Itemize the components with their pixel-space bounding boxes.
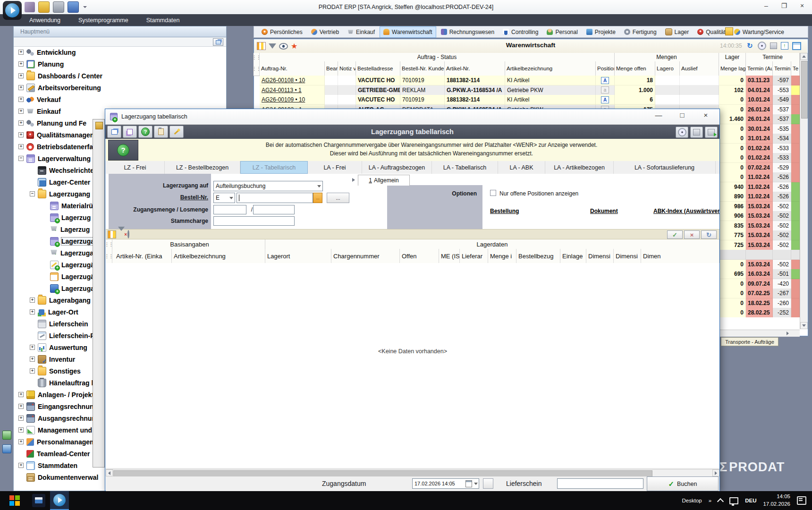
refresh-icon[interactable]: ↻ [746, 42, 754, 50]
dialog-tab-lafrei[interactable]: LA - Frei [308, 161, 362, 174]
expand-icon[interactable]: + [30, 357, 35, 362]
expand-icon[interactable]: + [18, 109, 24, 114]
layers-icon[interactable] [213, 38, 223, 46]
column-header[interactable]: Dimensi [586, 249, 614, 263]
column-header[interactable]: ME (ISC [439, 249, 460, 263]
sidebar-item-arbeitsvorbereitung[interactable]: +Arbeitsvorbereitung [18, 82, 101, 94]
collapse-icon[interactable]: − [18, 156, 24, 161]
column-header[interactable]: Lagerort [265, 249, 331, 263]
sidebar-item-dokumentenverwal[interactable]: Dokumentenverwal [18, 471, 98, 483]
panel-icon[interactable] [792, 42, 801, 50]
dialog-tab-laauftragsbezogen[interactable]: LA - Auftragsbezogen [362, 161, 432, 174]
cube-icon[interactable] [770, 42, 777, 49]
dokument-link[interactable]: Dokument [590, 208, 618, 214]
tab-wartungservice[interactable]: Wartung/Service [730, 26, 788, 38]
sidebar-item-lagerort[interactable]: +Lager-Ort [30, 306, 78, 318]
maximize-button[interactable]: ❐ [779, 2, 789, 9]
column-header[interactable]: Menge lage [719, 61, 746, 76]
menu-anwendung[interactable]: Anwendung [29, 17, 60, 24]
clipboard-icon[interactable] [154, 126, 168, 138]
bestellnr-input[interactable] [237, 193, 313, 203]
sidebar-item-ausgangsrechnung[interactable]: +Ausgangsrechnung [18, 412, 100, 424]
clock-datetime[interactable]: 14:05 17.02.2026 [763, 493, 790, 508]
zugangsmenge-input[interactable] [213, 205, 246, 214]
expand-icon[interactable]: + [18, 85, 24, 90]
minimize-button[interactable]: – [761, 2, 771, 9]
tab-lager[interactable]: Lager [661, 26, 693, 38]
losmenge-input[interactable] [253, 205, 295, 214]
buchen-button[interactable]: ✓ Buchen [647, 476, 719, 491]
scroll-thumb[interactable] [801, 61, 808, 119]
sidebar-item-lagerzug[interactable]: Lagerzug [42, 212, 91, 223]
dialog-minimize-button[interactable]: — [652, 111, 665, 119]
column-header[interactable]: Artikel-Nr. (Einka [114, 249, 172, 263]
tab-controlling[interactable]: Controlling [499, 26, 542, 38]
scroll-up-button[interactable] [800, 53, 808, 60]
dialog-horizontal-scrollbar[interactable] [106, 469, 719, 477]
overflow-chevron[interactable]: » [709, 498, 711, 503]
table-row[interactable]: AG26-00108 • 10VACUTEC HO70109191881382-… [254, 76, 800, 85]
taskbar-app-icon[interactable] [32, 494, 45, 507]
column-header[interactable]: Termin (Au [746, 61, 773, 76]
sidebar-item-lagerverwaltung[interactable]: −Lagerverwaltung [18, 153, 91, 164]
collapse-icon[interactable]: − [30, 191, 35, 196]
scroll-right-button[interactable] [784, 330, 791, 336]
column-header[interactable]: Bear [325, 61, 338, 76]
abk-index-link[interactable]: ABK-Index (Auswärtsverg [653, 208, 719, 214]
table-row[interactable]: AG24-00113 • 1GETRIEBE-GMBHREKLAMG.PKW.A… [254, 85, 800, 95]
column-header[interactable]: Termin [773, 61, 791, 76]
expand-icon[interactable]: + [18, 61, 24, 67]
column-header[interactable]: Bestelladresse [356, 61, 400, 76]
tab-persnliches[interactable]: Persönliches [258, 26, 306, 38]
sidebar-item-planungundfe[interactable]: +Planung und Fe [18, 117, 86, 129]
quickbar-caret-icon[interactable] [83, 6, 87, 8]
expand-icon[interactable]: + [18, 73, 24, 78]
dialog-tab-lzbestellbezogen[interactable]: LZ - Bestellbezogen [165, 161, 240, 174]
expand-icon[interactable]: + [18, 97, 24, 102]
scroll-down-button[interactable] [800, 322, 808, 329]
expand-icon[interactable]: + [18, 50, 24, 55]
database-icon[interactable] [68, 1, 79, 13]
clock-icon[interactable] [676, 127, 688, 138]
sidebar-item-lagercenter[interactable]: Lager-Center [30, 176, 90, 188]
expand-icon[interactable]: + [18, 463, 24, 468]
sidebar-item-anlagenprojektve[interactable]: +Anlagen- / Projektve [18, 389, 102, 400]
transporte-auftraege-tab[interactable]: Transporte - Aufträge [721, 337, 778, 346]
column-header[interactable]: Lagero [655, 61, 680, 76]
menu-systemprogramme[interactable]: Systemprogramme [78, 17, 128, 24]
lagerzugang-auf-select[interactable]: Aufteilungsbuchung [213, 181, 323, 191]
sidebar-item-teamleadcenter[interactable]: Teamlead-Center [18, 448, 90, 459]
tab-allgemein[interactable]: 1 Allgemein [358, 175, 410, 186]
dialog-maximize-button[interactable]: □ [676, 111, 688, 119]
expand-icon[interactable]: + [18, 144, 24, 149]
green-up-icon[interactable]: ↑ [781, 42, 788, 50]
tab-qualitt[interactable]: Qualität [694, 26, 729, 38]
network-icon[interactable] [729, 497, 738, 504]
window-copy-icon[interactable] [107, 126, 121, 138]
cube-run-icon[interactable] [705, 127, 718, 138]
column-header[interactable]: Artikel-Nr. [445, 61, 505, 76]
sidebar-item-dashboardscenter[interactable]: +Dashboards / Center [18, 70, 102, 82]
column-grid-icon[interactable] [108, 230, 116, 238]
sidebar-item-planung[interactable]: +Planung [18, 58, 64, 70]
bestellung-link[interactable]: Bestellung [490, 208, 519, 214]
filter-clear-icon[interactable] [118, 231, 126, 238]
desktop-label[interactable]: Desktop [682, 498, 702, 503]
more-button[interactable]: ... [327, 193, 349, 203]
dialog-close-button[interactable]: × [700, 111, 712, 119]
desktop-mini-icon-2[interactable] [2, 444, 11, 453]
cube-icon[interactable] [690, 127, 703, 138]
tab-vertrieb[interactable]: Vertrieb [307, 26, 343, 38]
sidebar-item-lieferschein[interactable]: Lieferschein [30, 318, 88, 330]
tab-warenwirtschaft[interactable]: Warenwirtschaft [380, 26, 436, 38]
notebook-icon[interactable] [38, 1, 50, 13]
expand-icon[interactable]: + [18, 132, 24, 137]
positions-doc-icon[interactable]: A [601, 77, 609, 84]
column-header[interactable]: Dimensi [614, 249, 641, 263]
sidebar-item-lagerzug[interactable]: Lagerzug [42, 223, 90, 235]
table-row[interactable]: AG26-00109 • 10VACUTEC HO70109191881382-… [254, 95, 800, 105]
column-header[interactable]: Dimen [641, 249, 719, 263]
dialog-tab-lasofortauslieferung[interactable]: LA - Sofortauslieferung [614, 161, 716, 174]
sidebar-item-verkauf[interactable]: +Verkauf [18, 94, 61, 105]
tab-rechnungswesen[interactable]: Rechnungswesen [437, 26, 498, 38]
